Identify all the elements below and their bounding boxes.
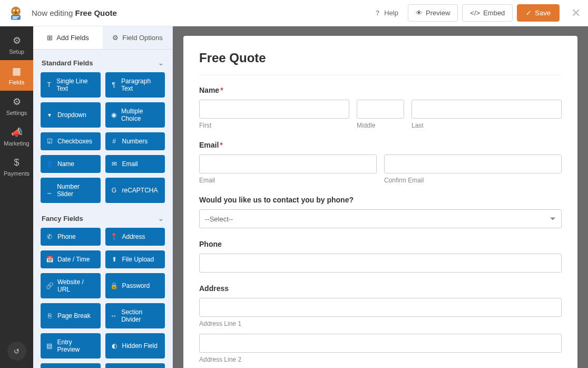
form-canvas: Free Quote Name* First Middle Last Email…	[183, 36, 577, 368]
field-html[interactable]: </>HTML	[41, 363, 101, 368]
address-line1-input[interactable]	[199, 298, 562, 317]
help-label: Help	[384, 9, 398, 17]
tab-field-options[interactable]: ⚙ Field Options	[103, 26, 172, 49]
rail-settings[interactable]: ⚙ Settings	[0, 91, 33, 121]
gear-icon: ⚙	[13, 35, 21, 46]
tab-options-label: Field Options	[122, 34, 163, 42]
embed-label: Embed	[483, 9, 505, 17]
address-line2-input[interactable]	[199, 334, 562, 353]
name-middle-input[interactable]	[357, 100, 404, 119]
field-email-block[interactable]: Email* Email Confirm Email	[199, 141, 562, 184]
field-phone-block[interactable]: Phone	[199, 240, 562, 273]
hash-icon: #	[111, 138, 118, 145]
form-title: Free Quote	[199, 51, 562, 75]
tab-add-fields[interactable]: ⊞ Add Fields	[33, 26, 103, 49]
field-checkboxes[interactable]: ☑Checkboxes	[41, 132, 101, 150]
field-number-slider[interactable]: ⎯Number Slider	[41, 178, 101, 203]
rail-marketing[interactable]: 📣 Marketing	[0, 121, 33, 152]
user-icon: 👤	[46, 160, 53, 168]
eye-icon: 👁	[416, 9, 423, 17]
sliders-icon: ⚙	[112, 34, 119, 42]
lock-icon: 🔒	[111, 282, 118, 289]
preview-icon: ▤	[46, 342, 53, 350]
editing-form-name: Free Quote	[75, 8, 117, 17]
name-label: Name	[199, 86, 219, 94]
email-label: Email	[199, 141, 219, 149]
phone-icon: ✆	[46, 233, 53, 240]
contact-phone-select[interactable]: --Select--	[199, 209, 562, 228]
field-multiple-choice[interactable]: ◉Multiple Choice	[105, 102, 165, 128]
email-sublabel: Email	[199, 177, 377, 184]
calendar-icon: 📅	[46, 256, 53, 263]
field-entry-preview[interactable]: ▤Entry Preview	[41, 333, 101, 359]
field-address-block[interactable]: Address Address Line 1 Address Line 2 Ci…	[199, 284, 562, 368]
field-page-break[interactable]: ⎘Page Break	[41, 303, 101, 328]
field-paragraph-text[interactable]: ¶Paragraph Text	[105, 72, 165, 98]
group-standard-header[interactable]: Standard Fields ⌄	[41, 56, 165, 72]
phone-label: Phone	[199, 240, 562, 248]
group-fancy-header[interactable]: Fancy Fields ⌄	[41, 211, 165, 228]
rail-payments[interactable]: $ Payments	[0, 152, 33, 182]
group-standard-label: Standard Fields	[42, 59, 93, 67]
history-icon: ↺	[14, 347, 19, 355]
preview-label: Preview	[426, 9, 450, 17]
pin-icon: 📍	[111, 233, 118, 240]
field-contact-phone-block[interactable]: Would you like us to contact you by phon…	[199, 196, 562, 228]
phone-input[interactable]	[199, 254, 562, 273]
upload-icon: ⬆	[111, 256, 118, 263]
preview-button[interactable]: 👁 Preview	[408, 4, 458, 22]
code-icon: </>	[470, 9, 480, 17]
field-name[interactable]: 👤Name	[41, 155, 101, 173]
editing-label: Now editing Free Quote	[32, 8, 117, 17]
field-single-line-text[interactable]: TSingle Line Text	[41, 72, 101, 98]
save-button[interactable]: ✓ Save	[517, 4, 560, 22]
field-file-upload[interactable]: ⬆File Upload	[105, 250, 165, 268]
email-confirm-sublabel: Confirm Email	[384, 177, 562, 184]
email-input[interactable]	[199, 154, 377, 173]
field-password[interactable]: 🔒Password	[105, 273, 165, 298]
field-dropdown[interactable]: ▾Dropdown	[41, 102, 101, 128]
field-name-block[interactable]: Name* First Middle Last	[199, 86, 562, 129]
name-last-input[interactable]	[411, 100, 562, 119]
help-icon: ？	[374, 8, 381, 18]
dollar-icon: $	[14, 157, 19, 168]
svg-point-1	[13, 9, 15, 11]
bullhorn-icon: 📣	[11, 127, 23, 138]
svg-point-0	[11, 6, 21, 16]
field-rating[interactable]: ★Rating	[105, 363, 165, 368]
field-numbers[interactable]: #Numbers	[105, 132, 165, 150]
contact-phone-label: Would you like us to contact you by phon…	[199, 196, 562, 204]
canvas-wrap: Free Quote Name* First Middle Last Email…	[173, 26, 588, 368]
page-icon: ⎘	[46, 312, 53, 319]
name-first-input[interactable]	[199, 100, 349, 119]
field-section-divider[interactable]: ↔Section Divider	[105, 303, 165, 328]
field-phone[interactable]: ✆Phone	[41, 228, 101, 246]
field-email[interactable]: ✉Email	[105, 155, 165, 173]
rail-setup-label: Setup	[9, 49, 24, 55]
rail-setup[interactable]: ⚙ Setup	[0, 30, 33, 60]
rail-fields[interactable]: ▦ Fields	[0, 60, 33, 91]
left-rail: ⚙ Setup ▦ Fields ⚙ Settings 📣 Marketing …	[0, 26, 33, 368]
history-button[interactable]: ↺	[7, 342, 26, 361]
sliders-icon: ⚙	[13, 96, 21, 108]
help-link[interactable]: ？ Help	[369, 4, 404, 22]
embed-button[interactable]: </> Embed	[462, 4, 513, 22]
email-confirm-input[interactable]	[384, 154, 562, 173]
link-icon: 🔗	[46, 282, 53, 289]
radio-icon: ◉	[111, 111, 117, 119]
slider-icon: ⎯	[46, 187, 53, 194]
name-first-sublabel: First	[199, 122, 349, 129]
topbar: Now editing Free Quote ？ Help 👁 Preview …	[0, 0, 588, 26]
field-hidden[interactable]: ◐Hidden Field	[105, 333, 165, 359]
field-datetime[interactable]: 📅Date / Time	[41, 250, 101, 268]
close-button[interactable]: ✕	[571, 6, 581, 20]
address-line2-sublabel: Address Line 2	[199, 356, 562, 363]
envelope-icon: ✉	[111, 160, 118, 168]
field-address[interactable]: 📍Address	[105, 228, 165, 246]
save-label: Save	[535, 9, 551, 17]
tab-add-label: Add Fields	[56, 34, 89, 42]
field-website[interactable]: 🔗Website / URL	[41, 273, 101, 298]
field-recaptcha[interactable]: GreCAPTCHA	[105, 178, 165, 203]
check-icon: ☑	[46, 138, 53, 145]
name-last-sublabel: Last	[411, 122, 562, 129]
